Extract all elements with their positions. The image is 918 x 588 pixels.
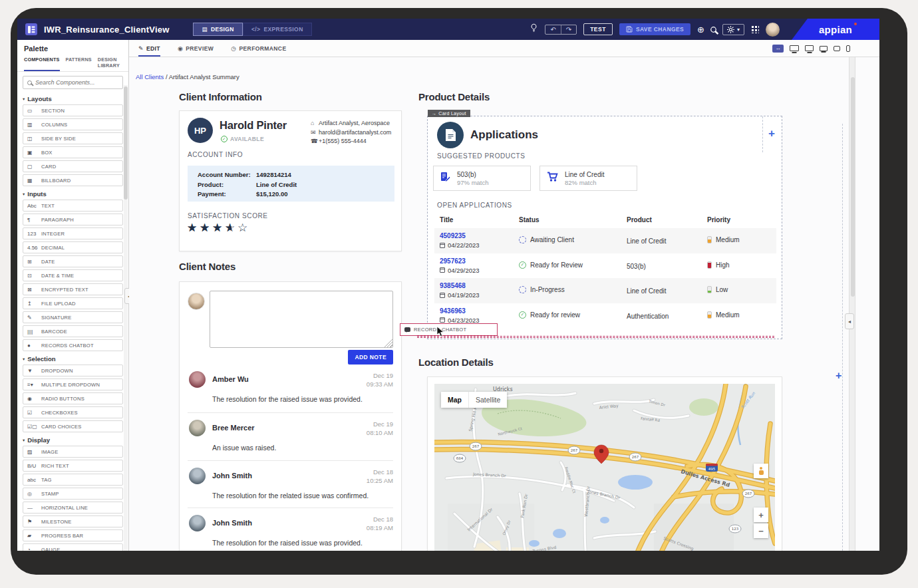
pegman-control[interactable]	[754, 464, 768, 478]
palette-item-section[interactable]: ▭SECTION	[23, 104, 123, 116]
note-item: Bree MercerDec 1908:10 AMAn issue was ra…	[188, 412, 393, 456]
palette-item-card[interactable]: ▢CARD	[23, 160, 123, 172]
calendar-icon	[440, 243, 445, 248]
palette-item-file-upload[interactable]: ↥FILE UPLOAD	[23, 297, 123, 309]
tab-preview[interactable]: ◉PREVIEW	[178, 40, 214, 57]
auto-width-icon[interactable]: ↔	[772, 45, 784, 53]
client-initials-avatar: HP	[188, 118, 213, 143]
dragged-records-chatbot[interactable]: RECORDS CHATBOT	[400, 323, 498, 336]
palette-item-date[interactable]: ⊞DATE	[23, 255, 123, 267]
tab-performance[interactable]: ◷PERFORMANCE	[231, 40, 286, 57]
add-note-button[interactable]: ADD NOTE	[348, 350, 393, 365]
breadcrumb-link[interactable]: All Clients	[136, 73, 164, 80]
user-avatar[interactable]	[766, 23, 780, 37]
palette-item-milestone[interactable]: ⚑MILESTONE	[23, 515, 123, 527]
app-grid-icon[interactable]	[751, 25, 759, 33]
palette-item-dropdown[interactable]: ▼DROPDOWN	[23, 365, 123, 376]
tab-patterns[interactable]: PATTERNS	[66, 57, 92, 71]
tab-components[interactable]: COMPONENTS	[24, 57, 60, 71]
application-link[interactable]: 9436963	[440, 307, 480, 315]
add-column-plus-icon[interactable]: +	[836, 370, 842, 382]
palette-group-selection[interactable]: ▾Selection	[23, 353, 123, 365]
client-information-card[interactable]: HP Harold Pinter ✓ AVAILABLE ⌂Artifact A…	[179, 110, 402, 251]
tab-design-library[interactable]: DESIGN LIBRARY	[98, 57, 122, 71]
tab-edit[interactable]: ✎EDIT	[138, 40, 160, 57]
palette-scrollbar-thumb[interactable]	[124, 86, 128, 200]
palette-item-date-time[interactable]: ⊡DATE & TIME	[23, 269, 123, 281]
note-textarea[interactable]	[210, 291, 393, 348]
suggestions-lightbulb-icon[interactable]	[530, 23, 538, 35]
suggested-product-503-b[interactable]: 503(b)97% match	[433, 166, 531, 191]
palette-item-integer[interactable]: 123INTEGER	[23, 227, 123, 239]
canvas-scrollbar[interactable]	[849, 57, 855, 551]
search-input[interactable]	[35, 79, 115, 86]
palette-item-checkboxes[interactable]: ☑CHECKBOXES	[23, 406, 123, 418]
zoom-out-button[interactable]: −	[754, 523, 768, 538]
satellite-button[interactable]: Satellite	[468, 392, 507, 408]
palette-item-decimal[interactable]: 4.56DECIMAL	[23, 241, 123, 253]
palette-item-multiple-dropdown[interactable]: ≡▾MULTIPLE DROPDOWN	[23, 378, 123, 390]
laptop-icon[interactable]	[820, 46, 828, 51]
undo-button[interactable]: ↶	[545, 25, 560, 34]
localization-globe-icon[interactable]: ⊕	[697, 25, 704, 35]
section-icon: ▭	[27, 108, 39, 114]
component-search-box[interactable]	[23, 76, 123, 89]
save-changes-button[interactable]: SAVE CHANGES	[619, 23, 690, 35]
palette-item-horizontal-line[interactable]: —HORIZONTAL LINE	[23, 502, 123, 514]
applications-card-layout[interactable]: →Card Layout Applications + SUGGESTED PR…	[427, 116, 782, 339]
expression-icon: </>	[251, 26, 261, 33]
client-notes-card[interactable]: ADD NOTE Amber WuDec 1909:33 AMThe resol…	[179, 281, 402, 551]
add-component-plus-icon[interactable]: +	[768, 127, 775, 140]
palette-item-radio-buttons[interactable]: ◉RADIO BUTTONS	[23, 392, 123, 404]
palette-item-gauge[interactable]: ◔GAUGE	[23, 543, 123, 551]
zoom-in-button[interactable]: +	[754, 508, 768, 522]
search-icon[interactable]	[710, 27, 716, 33]
phone-icon[interactable]	[846, 45, 850, 52]
palette-item-barcode[interactable]: ||||BARCODE	[23, 325, 123, 337]
palette-group-layouts[interactable]: ▾Layouts	[23, 93, 123, 104]
palette-item-stamp[interactable]: ◎STAMP	[23, 488, 123, 500]
suggested-product-line-of-credit[interactable]: Line of Credit82% match	[539, 166, 637, 191]
desktop-large-icon[interactable]	[790, 45, 799, 51]
palette-item-billboard[interactable]: ▦BILLBOARD	[23, 174, 123, 186]
palette-item-image[interactable]: ▨IMAGE	[23, 446, 123, 458]
palette-group-display[interactable]: ▾Display	[23, 434, 123, 446]
note-item: John SmithDec 1810:25 AMThe resolution f…	[188, 460, 393, 504]
palette-item-side-by-side[interactable]: ◫SIDE BY SIDE	[23, 132, 123, 144]
palette-item-text[interactable]: AbcTEXT	[23, 200, 123, 212]
expression-mode-button[interactable]: </>EXPRESSION	[243, 23, 312, 36]
image-icon: ▨	[27, 449, 39, 455]
note-avatar	[189, 515, 206, 531]
map-button[interactable]: Map	[441, 392, 468, 408]
palette-item-paragraph[interactable]: ¶PARAGRAPH	[23, 214, 123, 225]
note-timestamp: Dec 1909:33 AM	[367, 371, 393, 388]
palette-item-signature[interactable]: ✎SIGNATURE	[23, 311, 123, 323]
palette-item-records-chatbot[interactable]: ●RECORDS CHATBOT	[23, 339, 123, 351]
palette-group-inputs[interactable]: ▾Inputs	[23, 188, 123, 200]
palette-item-tag[interactable]: abcTAG	[23, 474, 123, 486]
palette-item-card-choices[interactable]: ☑▢CARD CHOICES	[23, 420, 123, 432]
desktop-icon[interactable]	[805, 45, 814, 51]
application-link[interactable]: 4509235	[440, 232, 480, 239]
checkbox-icon: ☑	[27, 410, 39, 416]
client-contact-block: ⌂Artifact Analyst, Aerospace ✉harold@art…	[311, 119, 401, 146]
palette-item-box[interactable]: ▣BOX	[23, 146, 123, 158]
application-link[interactable]: 9385468	[440, 282, 480, 289]
palette-item-rich-text[interactable]: B/URICH TEXT	[23, 460, 123, 472]
tablet-icon[interactable]	[834, 46, 840, 51]
google-map[interactable]: 267 267 267 267 684 495 123 Udricks Spri…	[434, 384, 775, 551]
redo-button[interactable]: ↷	[561, 25, 576, 34]
note-avatar	[189, 371, 206, 388]
palette-item-columns[interactable]: ▥COLUMNS	[23, 118, 123, 130]
canvas-scrollbar-thumb[interactable]	[851, 77, 855, 297]
application-link[interactable]: 2957623	[440, 257, 480, 265]
design-mode-button[interactable]: ▤DESIGN	[193, 23, 242, 36]
mouse-cursor	[436, 327, 445, 340]
settings-gear-dropdown[interactable]: ▾	[722, 24, 744, 35]
palette-item-encrypted-text[interactable]: ⊠ENCRYPTED TEXT	[23, 283, 123, 295]
column-header-priority: Priority	[707, 216, 730, 223]
panel-expand-handle[interactable]: ◂	[845, 313, 854, 329]
location-details-card[interactable]: 267 267 267 267 684 495 123 Udricks Spri…	[427, 376, 782, 551]
test-button[interactable]: TEST	[583, 23, 613, 35]
palette-item-progress-bar[interactable]: ▰PROGRESS BAR	[23, 529, 123, 541]
